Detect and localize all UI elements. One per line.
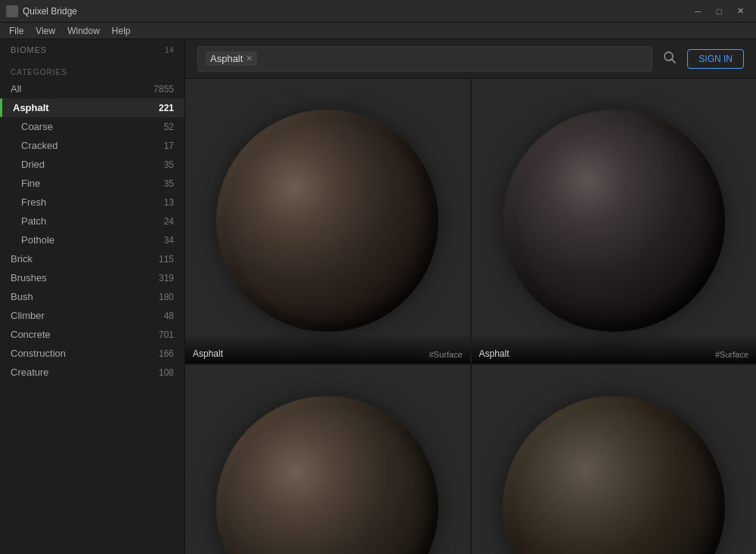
search-tag: Asphalt ✕ [206, 51, 257, 66]
app-icon [6, 5, 18, 17]
sidebar-item-asphalt-count: 221 [159, 103, 174, 113]
sidebar-item-cracked-label: Cracked [21, 140, 57, 151]
app-title: Quixel Bridge [23, 6, 77, 17]
search-tag-label: Asphalt [210, 53, 243, 64]
sidebar-item-all[interactable]: All 7855 [0, 79, 184, 98]
grid-item-2[interactable]: Asphalt #Surface [185, 365, 470, 555]
sidebar-item-dried-count: 35 [164, 159, 174, 170]
grid-item-footer-0: Asphalt #Surface [185, 333, 470, 364]
sidebar-item-coarse-label: Coarse [21, 121, 53, 132]
sidebar-item-bush-label: Bush [11, 291, 33, 302]
sidebar-item-bush-count: 180 [159, 292, 174, 302]
sidebar-items-list: All 7855 Asphalt 221 Coarse 52 Cracked 1… [0, 79, 184, 382]
sidebar-item-asphalt-label: Asphalt [13, 102, 49, 113]
window-controls: ─ □ ✕ [688, 4, 750, 19]
sidebar-item-construction-count: 166 [159, 348, 174, 359]
content-area: Asphalt ✕ SIGN IN [185, 39, 756, 554]
close-button[interactable]: ✕ [730, 4, 750, 19]
sidebar-item-asphalt[interactable]: Asphalt 221 [0, 98, 184, 117]
title-bar: Quixel Bridge ─ □ ✕ [0, 0, 756, 23]
grid-item-3[interactable]: Asphalt #Surface [472, 365, 757, 555]
grid-area: Asphalt #Surface Asphalt #Surface [185, 79, 756, 554]
sidebar-item-fine[interactable]: Fine 35 [0, 174, 184, 193]
sidebar-biomes[interactable]: Biomes 14 [0, 39, 184, 60]
menu-window[interactable]: Window [61, 24, 106, 38]
sidebar-item-climber-count: 48 [164, 311, 174, 321]
sidebar-item-climber[interactable]: Climber 48 [0, 306, 184, 325]
sidebar-item-all-label: All [11, 83, 21, 94]
sidebar-item-coarse[interactable]: Coarse 52 [0, 117, 184, 136]
sidebar-item-concrete[interactable]: Concrete 701 [0, 325, 184, 344]
sidebar-item-fine-label: Fine [21, 178, 40, 189]
sidebar-item-construction[interactable]: Construction 166 [0, 344, 184, 363]
sidebar-item-bush[interactable]: Bush 180 [0, 287, 184, 306]
sidebar-item-climber-label: Climber [11, 310, 45, 321]
grid-item-tag-0: #Surface [429, 350, 462, 359]
sidebar-item-brick-count: 115 [159, 254, 174, 265]
sidebar-item-fresh-count: 13 [164, 197, 174, 208]
svg-line-1 [672, 59, 676, 63]
sidebar-item-brushes-label: Brushes [11, 272, 47, 283]
grid-item-footer-1: Asphalt #Surface [472, 333, 757, 364]
maximize-button[interactable]: □ [709, 4, 729, 19]
sidebar-item-concrete-count: 701 [159, 330, 174, 340]
search-icon [663, 51, 677, 64]
categories-label: CATEGORIES [0, 60, 184, 79]
menu-file[interactable]: File [3, 24, 29, 38]
sidebar-item-cracked[interactable]: Cracked 17 [0, 136, 184, 155]
sidebar-item-brick-label: Brick [11, 253, 33, 265]
sidebar-item-patch-count: 24 [164, 216, 174, 227]
sidebar: Biomes 14 CATEGORIES All 7855 Asphalt 22… [0, 39, 185, 554]
biomes-count: 14 [165, 45, 174, 54]
sidebar-item-brushes[interactable]: Brushes 319 [0, 268, 184, 287]
sidebar-item-all-count: 7855 [153, 84, 174, 94]
sidebar-item-creature-label: Creature [11, 367, 49, 378]
sidebar-item-coarse-count: 52 [164, 122, 174, 132]
main-layout: Biomes 14 CATEGORIES All 7855 Asphalt 22… [0, 39, 756, 554]
menu-bar: File View Window Help [0, 23, 756, 39]
sidebar-item-construction-label: Construction [11, 348, 66, 359]
search-button[interactable] [660, 48, 680, 70]
grid-item-0[interactable]: Asphalt #Surface [185, 79, 470, 364]
search-input[interactable] [257, 53, 644, 64]
sidebar-item-dried-label: Dried [21, 159, 45, 170]
minimize-button[interactable]: ─ [688, 4, 708, 19]
search-input-wrapper[interactable]: Asphalt ✕ [197, 46, 652, 72]
sidebar-item-brushes-count: 319 [159, 273, 174, 283]
sign-in-button[interactable]: SIGN IN [687, 49, 744, 69]
sidebar-item-fresh-label: Fresh [21, 197, 46, 208]
grid-item-1[interactable]: Asphalt #Surface [472, 79, 757, 364]
asset-grid: Asphalt #Surface Asphalt #Surface [185, 79, 756, 554]
sidebar-item-fine-count: 35 [164, 178, 174, 189]
sidebar-item-creature-count: 108 [159, 367, 174, 378]
sidebar-item-dried[interactable]: Dried 35 [0, 155, 184, 174]
search-bar: Asphalt ✕ SIGN IN [185, 39, 756, 79]
sidebar-item-concrete-label: Concrete [11, 329, 51, 340]
menu-view[interactable]: View [29, 24, 61, 38]
sidebar-item-pothole-label: Pothole [21, 234, 54, 246]
sidebar-item-patch[interactable]: Patch 24 [0, 212, 184, 231]
menu-help[interactable]: Help [106, 24, 137, 38]
sidebar-item-pothole[interactable]: Pothole 34 [0, 231, 184, 249]
grid-item-name-1: Asphalt [479, 348, 510, 359]
grid-item-name-0: Asphalt [193, 348, 223, 359]
search-tag-close[interactable]: ✕ [246, 54, 253, 63]
sidebar-item-pothole-count: 34 [164, 235, 174, 246]
sidebar-item-patch-label: Patch [21, 215, 46, 227]
sidebar-item-cracked-count: 17 [164, 141, 174, 151]
biomes-label: Biomes [11, 45, 47, 54]
sidebar-item-brick[interactable]: Brick 115 [0, 249, 184, 268]
grid-item-tag-1: #Surface [715, 350, 748, 359]
sidebar-item-creature[interactable]: Creature 108 [0, 363, 184, 382]
sidebar-item-fresh[interactable]: Fresh 13 [0, 193, 184, 212]
